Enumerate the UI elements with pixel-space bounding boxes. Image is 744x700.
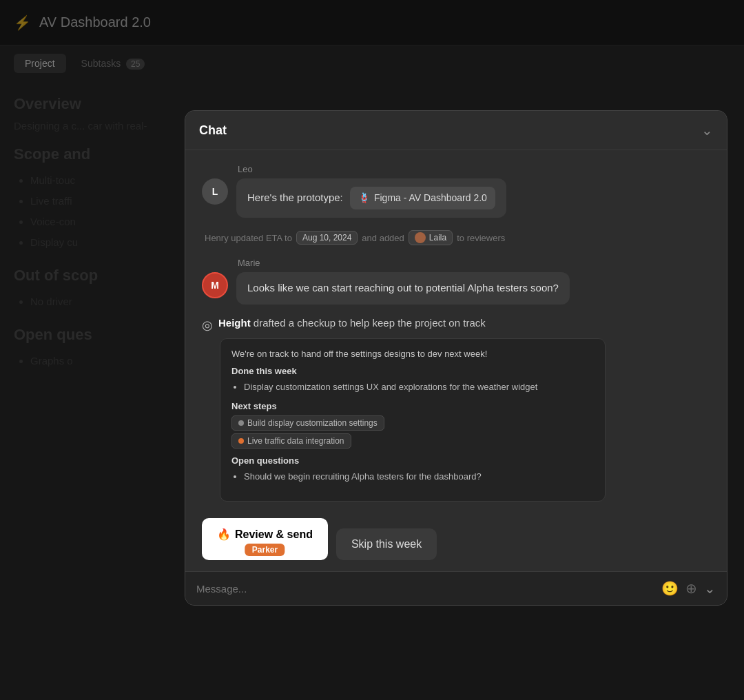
fire-icon: 🔥 [217, 528, 231, 541]
parker-label: Parker [245, 544, 285, 556]
message-row-leo: L Here's the prototype: 🪢 Figma - AV Das… [202, 178, 710, 218]
input-bar: 🙂 ⊕ ⌄ [185, 571, 727, 605]
chat-body: Leo L Here's the prototype: 🪢 Figma - AV… [185, 150, 727, 515]
figma-link[interactable]: 🪢 Figma - AV Dashboard 2.0 [350, 187, 495, 209]
chat-collapse-button[interactable]: ⌄ [701, 122, 713, 138]
emoji-button[interactable]: 🙂 [661, 580, 679, 597]
message-bubble-marie: Looks like we can start reaching out to … [236, 272, 570, 305]
done-list: Display customization settings UX and ex… [231, 380, 594, 395]
tag-dot-orange [238, 438, 244, 444]
message-sender-marie: Marie [202, 258, 710, 268]
next-tags: Build display customization settings Liv… [231, 415, 594, 449]
figma-icon: 🪢 [358, 191, 370, 205]
chat-panel: Chat ⌄ Leo L Here's the prototype: 🪢 Fig… [185, 110, 727, 606]
tag-live-traffic[interactable]: Live traffic data integration [231, 433, 351, 449]
list-item: Should we begin recruiting Alpha testers… [244, 470, 594, 484]
date-pill: Aug 10, 2024 [296, 231, 358, 245]
height-row: ◎ Height drafted a checkup to help keep … [202, 317, 710, 333]
done-title: Done this week [231, 366, 594, 376]
checkup-intro: We're on track to hand off the settings … [231, 349, 594, 359]
tag-dot-grey [238, 420, 244, 426]
message-row-marie: M Looks like we can start reaching out t… [202, 272, 710, 305]
action-row: 🔥 Review & send Parker Skip this week [185, 515, 727, 571]
questions-list: Should we begin recruiting Alpha testers… [231, 470, 594, 484]
list-item: Display customization settings UX and ex… [244, 380, 594, 395]
message-group-marie: Marie M Looks like we can start reaching… [202, 258, 710, 305]
message-sender-leo: Leo [202, 164, 710, 174]
checkup-section: ◎ Height drafted a checkup to help keep … [202, 317, 710, 502]
input-collapse-button[interactable]: ⌄ [704, 580, 716, 597]
laila-avatar-small [415, 232, 426, 243]
questions-title: Open questions [231, 455, 594, 466]
system-message: Henry updated ETA to Aug 10, 2024 and ad… [202, 230, 710, 245]
attach-button[interactable]: ⊕ [685, 580, 697, 597]
checkup-card: We're on track to hand off the settings … [220, 338, 606, 502]
person-pill: Laila [409, 230, 453, 245]
message-group-leo: Leo L Here's the prototype: 🪢 Figma - AV… [202, 164, 710, 218]
next-title: Next steps [231, 401, 594, 411]
avatar-leo: L [202, 178, 228, 205]
chat-title: Chat [199, 123, 227, 138]
chat-header: Chat ⌄ [185, 111, 727, 150]
height-icon: ◎ [202, 318, 213, 333]
avatar-marie: M [202, 272, 228, 298]
height-label: Height drafted a checkup to help keep th… [218, 317, 486, 329]
message-input[interactable] [196, 583, 654, 595]
message-bubble-leo: Here's the prototype: 🪢 Figma - AV Dashb… [236, 178, 506, 218]
tag-display-customization[interactable]: Build display customization settings [231, 415, 384, 431]
review-send-button[interactable]: 🔥 Review & send Parker [202, 518, 328, 560]
skip-button[interactable]: Skip this week [336, 528, 437, 560]
